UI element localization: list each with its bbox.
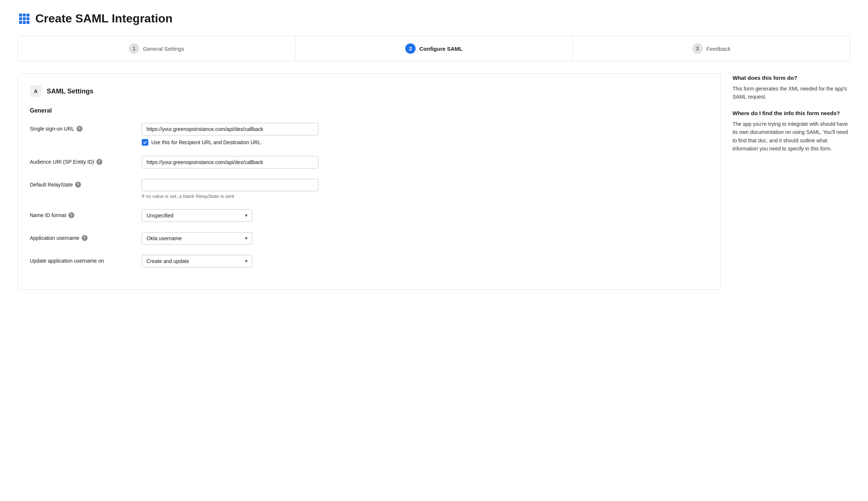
subsection-title: General [30, 107, 709, 114]
step-1-label: General Settings [143, 46, 184, 52]
app-username-select[interactable]: Okta username Email Custom [142, 232, 252, 245]
svg-rect-7 [23, 21, 26, 24]
step-3-number: 3 [692, 43, 703, 54]
relay-state-field: Default RelayState ? If no value is set,… [30, 179, 709, 199]
app-username-select-wrapper: Okta username Email Custom ▼ [142, 232, 252, 245]
sidebar-a1: This form generates the XML needed for t… [733, 85, 850, 101]
sso-url-input-group: Use this for Recipient URL and Destinati… [142, 123, 318, 146]
stepper-step-3[interactable]: 3 Feedback [573, 36, 850, 61]
sso-checkbox[interactable] [142, 139, 148, 146]
stepper: 1 General Settings 2 Configure SAML 3 Fe… [18, 36, 850, 61]
main-layout: A SAML Settings General Single sign-on U… [18, 73, 850, 290]
app-username-field: Application username ? Okta username Ema… [30, 232, 709, 245]
stepper-step-2[interactable]: 2 Configure SAML [296, 36, 573, 61]
step-3-label: Feedback [706, 46, 731, 52]
audience-uri-input[interactable] [142, 156, 318, 168]
name-id-format-input-group: Unspecified EmailAddress Persistent Tran… [142, 209, 318, 222]
audience-uri-input-group [142, 156, 318, 168]
page-title: Create SAML Integration [35, 12, 173, 25]
svg-rect-1 [23, 14, 26, 17]
svg-rect-4 [23, 17, 26, 20]
step-1-number: 1 [129, 43, 139, 54]
sso-url-label: Single sign-on URL [30, 126, 74, 132]
name-id-format-label: Name ID format [30, 212, 66, 218]
form-card: A SAML Settings General Single sign-on U… [18, 73, 721, 290]
update-username-label-group: Update application username on [30, 255, 133, 264]
sidebar-a2: The app you're trying to integrate with … [733, 120, 850, 153]
app-username-input-group: Okta username Email Custom ▼ [142, 232, 318, 245]
sidebar-q2: Where do I find the info this form needs… [733, 110, 850, 116]
step-2-number: 2 [405, 43, 416, 54]
update-username-field: Update application username on Create an… [30, 255, 709, 267]
audience-uri-label-group: Audience URI (SP Entity ID) ? [30, 156, 133, 165]
update-username-select-wrapper: Create and update Create only ▼ [142, 255, 252, 267]
name-id-format-field: Name ID format ? Unspecified EmailAddres… [30, 209, 709, 222]
app-username-help-icon[interactable]: ? [82, 235, 88, 241]
sso-url-input[interactable] [142, 123, 318, 135]
relay-state-input-group: If no value is set, a blank RelayState i… [142, 179, 318, 199]
sidebar-q1: What does this form do? [733, 75, 850, 81]
svg-rect-3 [19, 17, 22, 20]
stepper-step-1[interactable]: 1 General Settings [18, 36, 296, 61]
name-id-format-help-icon[interactable]: ? [68, 212, 74, 218]
sidebar: What does this form do? This form genera… [733, 73, 850, 161]
step-2-label: Configure SAML [419, 46, 463, 52]
audience-uri-help-icon[interactable]: ? [96, 159, 102, 165]
svg-rect-5 [27, 17, 29, 20]
section-badge: A [30, 85, 42, 97]
name-id-format-select[interactable]: Unspecified EmailAddress Persistent Tran… [142, 209, 252, 222]
relay-state-hint: If no value is set, a blank RelayState i… [142, 193, 318, 199]
sso-url-help-icon[interactable]: ? [77, 126, 82, 132]
relay-state-label: Default RelayState [30, 182, 73, 188]
update-username-input-group: Create and update Create only ▼ [142, 255, 318, 267]
relay-state-label-group: Default RelayState ? [30, 179, 133, 188]
section-title: SAML Settings [47, 88, 93, 95]
name-id-format-select-wrapper: Unspecified EmailAddress Persistent Tran… [142, 209, 252, 222]
name-id-format-label-group: Name ID format ? [30, 209, 133, 218]
audience-uri-field: Audience URI (SP Entity ID) ? [30, 156, 709, 168]
sso-url-field: Single sign-on URL ? Use this for Recipi… [30, 123, 709, 146]
app-username-label-group: Application username ? [30, 232, 133, 241]
relay-state-help-icon[interactable]: ? [75, 182, 81, 188]
grid-icon [18, 12, 31, 25]
svg-rect-8 [27, 21, 29, 24]
relay-state-input[interactable] [142, 179, 318, 191]
svg-rect-6 [19, 21, 22, 24]
update-username-label: Update application username on [30, 258, 104, 264]
svg-rect-2 [27, 14, 29, 17]
section-header: A SAML Settings [30, 85, 709, 97]
sso-url-label-group: Single sign-on URL ? [30, 123, 133, 132]
sso-checkbox-label: Use this for Recipient URL and Destinati… [151, 139, 261, 145]
app-username-label: Application username [30, 235, 80, 241]
audience-uri-label: Audience URI (SP Entity ID) [30, 159, 94, 165]
update-username-select[interactable]: Create and update Create only [142, 255, 252, 267]
sso-checkbox-row: Use this for Recipient URL and Destinati… [142, 139, 318, 146]
page-header: Create SAML Integration [18, 12, 850, 25]
svg-rect-0 [19, 14, 22, 17]
